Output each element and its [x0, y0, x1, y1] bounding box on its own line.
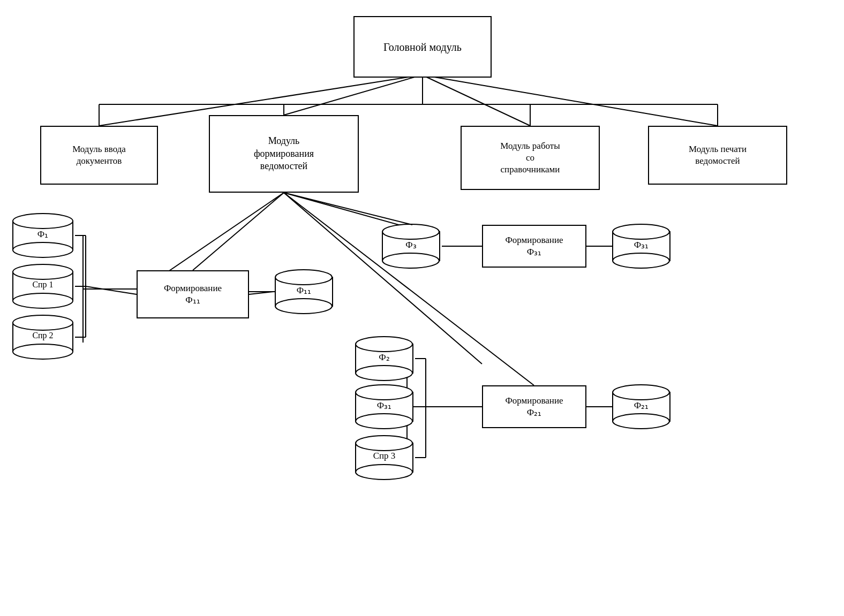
svg-point-46 [613, 414, 669, 429]
svg-point-30 [382, 224, 439, 239]
f21-cylinder: Ф₂₁ [611, 383, 672, 431]
spr1-label: Спр 1 [32, 279, 53, 289]
form-f11-box: ФормированиеФ₁₁ [137, 270, 249, 318]
f2-label: Ф₂ [379, 351, 389, 362]
form-f11-label: ФормированиеФ₁₁ [164, 283, 222, 306]
f3-label: Ф₃ [405, 239, 416, 250]
svg-point-36 [356, 337, 412, 352]
f31-right-label: Ф₃₁ [634, 239, 649, 250]
f31-right-cylinder: Ф₃₁ [611, 222, 672, 270]
svg-line-3 [422, 75, 718, 126]
module-work-label: Модуль работысосправочниками [500, 140, 560, 176]
module-print-label: Модуль печативедомостей [689, 143, 747, 167]
spr3-cylinder: Спр 3 [353, 434, 415, 482]
spr1-cylinder: Спр 1 [11, 262, 75, 310]
f1-label: Ф₁ [37, 228, 48, 239]
spr2-label: Спр 2 [32, 330, 53, 340]
svg-point-43 [356, 465, 412, 480]
svg-point-19 [13, 242, 73, 257]
spr3-label: Спр 3 [373, 451, 396, 461]
f2-cylinder: Ф₂ [353, 334, 415, 383]
form-f31-top-box: ФормированиеФ₃₁ [482, 225, 586, 268]
svg-point-27 [275, 270, 332, 285]
svg-point-45 [613, 385, 669, 400]
svg-line-59 [284, 193, 412, 225]
module-vvod-label: Модуль вводадокументов [72, 143, 126, 167]
form-f21-label: ФормированиеФ₂₁ [505, 395, 563, 419]
head-module-label: Головной модуль [383, 40, 462, 54]
form-f21-box: ФормированиеФ₂₁ [482, 385, 586, 428]
svg-point-24 [13, 315, 73, 330]
svg-line-6 [166, 193, 284, 273]
svg-line-57 [86, 286, 137, 294]
connector-lines [0, 0, 844, 616]
svg-point-18 [13, 214, 73, 229]
svg-line-61 [249, 292, 273, 294]
svg-point-31 [382, 253, 439, 268]
svg-line-58 [193, 193, 284, 270]
f31-mid-cylinder: Ф₃₁ [353, 383, 415, 431]
svg-point-37 [356, 366, 412, 381]
svg-point-33 [613, 224, 669, 239]
svg-point-28 [275, 299, 332, 314]
f21-label: Ф₂₁ [634, 399, 649, 410]
form-f31-top-label: ФормированиеФ₃₁ [505, 234, 563, 258]
module-form-label: Модульформированияведомостей [254, 135, 314, 172]
spr2-cylinder: Спр 2 [11, 313, 75, 361]
f11-label: Ф₁₁ [297, 284, 311, 295]
module-print-box: Модуль печативедомостей [648, 126, 787, 185]
module-work-box: Модуль работысосправочниками [461, 126, 600, 190]
svg-line-2 [422, 75, 530, 126]
head-module-box: Головной модуль [353, 16, 492, 78]
f1-cylinder: Ф₁ [11, 211, 75, 260]
diagram-container: Головной модуль Модуль вводадокументов М… [0, 0, 844, 616]
svg-line-1 [284, 75, 422, 115]
svg-point-22 [13, 293, 73, 308]
svg-point-40 [356, 414, 412, 429]
svg-point-34 [613, 253, 669, 268]
module-vvod-box: Модуль вводадокументов [40, 126, 158, 185]
svg-point-21 [13, 264, 73, 279]
all-connector-lines [0, 0, 844, 616]
f3-cylinder: Ф₃ [380, 222, 442, 270]
svg-point-25 [13, 344, 73, 359]
svg-point-42 [356, 436, 412, 451]
module-form-box: Модульформированияведомостей [209, 115, 359, 193]
svg-point-39 [356, 385, 412, 400]
f11-cylinder: Ф₁₁ [273, 268, 335, 316]
f31-mid-label: Ф₃₁ [377, 399, 391, 410]
